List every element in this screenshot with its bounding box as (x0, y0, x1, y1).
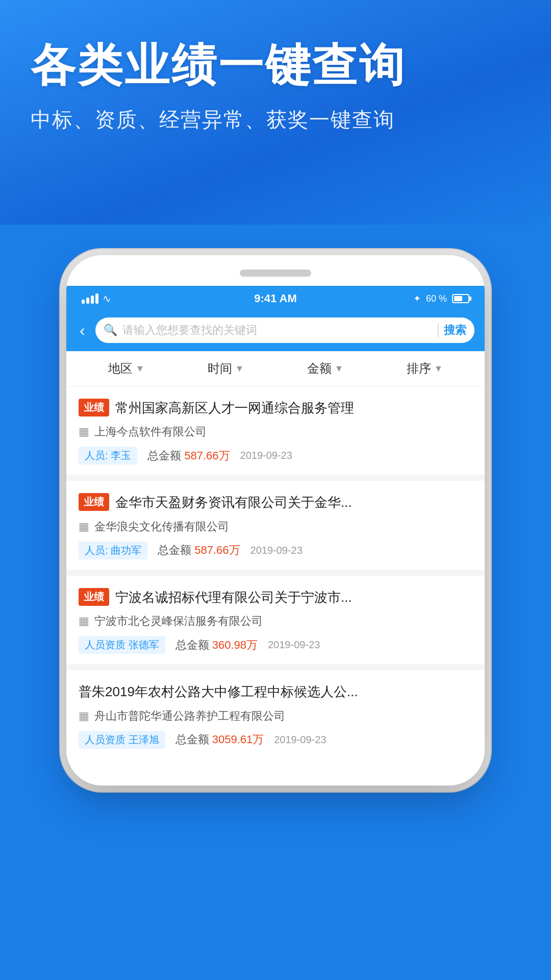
filter-region-label: 地区 (108, 360, 133, 377)
signal-bars-icon (82, 293, 98, 304)
company-icon: ▦ (79, 709, 89, 723)
result-title-row: 业绩 常州国家高新区人才一网通综合服务管理 (79, 399, 472, 417)
signal-bar-1 (82, 300, 85, 304)
meta-person-tag: 人员资质 王泽旭 (79, 731, 165, 749)
meta-person-tag: 人员资质 张德军 (79, 636, 165, 654)
meta-date: 2019-09-23 (251, 545, 303, 556)
filter-amount[interactable]: 金额 ▼ (307, 360, 344, 377)
status-left: ∿ (82, 292, 111, 305)
meta-amount-label: 总金额 587.66万 (147, 448, 230, 463)
result-company-row: ▦ 宁波市北仑灵峰保洁服务有限公司 (79, 614, 472, 629)
phone-speaker (240, 270, 311, 277)
company-icon: ▦ (79, 520, 89, 533)
result-company-row: ▦ 金华浪尖文化传播有限公司 (79, 519, 472, 534)
meta-date: 2019-09-23 (268, 639, 320, 651)
result-title-row: 业绩 宁波名诚招标代理有限公司关于宁波市... (79, 588, 472, 606)
filter-region[interactable]: 地区 ▼ (108, 360, 145, 377)
filter-amount-label: 金额 (307, 360, 332, 377)
filter-sort-label: 排序 (407, 360, 431, 377)
meta-person-tag: 人员: 曲功军 (79, 542, 147, 559)
bluetooth-icon: ✦ (413, 293, 421, 304)
result-title: 普朱2019年农村公路大中修工程中标候选人公... (79, 682, 472, 701)
battery-percent: 60 % (426, 293, 447, 304)
filter-time-label: 时间 (208, 360, 232, 377)
company-name: 舟山市普陀华通公路养护工程有限公司 (94, 708, 285, 724)
filter-row: 地区 ▼ 时间 ▼ 金额 ▼ 排序 ▼ (66, 351, 485, 386)
filter-time[interactable]: 时间 ▼ (208, 360, 244, 377)
filter-time-arrow: ▼ (235, 363, 244, 374)
result-title: 常州国家高新区人才一网通综合服务管理 (115, 399, 472, 417)
status-bar: ∿ 9:41 AM ✦ 60 % (66, 286, 485, 311)
phone-top (66, 255, 485, 286)
status-time: 9:41 AM (254, 292, 297, 305)
search-area: ‹ 🔍 请输入您想要查找的关键词 搜索 (66, 311, 485, 351)
meta-date: 2019-09-23 (240, 450, 292, 461)
result-company-row: ▦ 舟山市普陀华通公路养护工程有限公司 (79, 708, 472, 724)
result-item[interactable]: 普朱2019年农村公路大中修工程中标候选人公... ▦ 舟山市普陀华通公路养护工… (66, 670, 485, 758)
filter-sort-arrow: ▼ (434, 363, 443, 374)
search-placeholder: 请输入您想要查找的关键词 (122, 323, 433, 338)
company-name: 金华浪尖文化传播有限公司 (94, 519, 229, 534)
company-name: 上海今点软件有限公司 (94, 424, 207, 439)
company-icon: ▦ (79, 425, 89, 438)
result-item[interactable]: 业绩 宁波名诚招标代理有限公司关于宁波市... ▦ 宁波市北仑灵峰保洁服务有限公… (66, 576, 485, 664)
result-company-row: ▦ 上海今点软件有限公司 (79, 424, 472, 439)
badge-yeji: 业绩 (79, 399, 109, 416)
battery-fill (454, 296, 462, 301)
signal-bar-3 (91, 296, 94, 304)
result-meta-row: 人员资质 王泽旭 总金额 3059.61万 2019-09-23 (79, 731, 472, 749)
company-icon: ▦ (79, 615, 89, 628)
meta-amount-label: 总金额 587.66万 (158, 543, 240, 558)
meta-amount: 587.66万 (184, 449, 230, 462)
back-button[interactable]: ‹ (77, 321, 88, 340)
meta-amount-label: 总金额 360.98万 (176, 638, 258, 653)
signal-bar-2 (86, 298, 89, 304)
search-box[interactable]: 🔍 请输入您想要查找的关键词 搜索 (95, 317, 474, 343)
result-title-row: 普朱2019年农村公路大中修工程中标候选人公... (79, 682, 472, 701)
hero-title: 各类业绩一键查询 (31, 41, 520, 90)
meta-date: 2019-09-23 (274, 734, 326, 746)
search-divider (438, 323, 439, 337)
result-title: 金华市天盈财务资讯有限公司关于金华... (115, 493, 472, 511)
search-icon: 🔍 (104, 324, 117, 337)
meta-amount: 360.98万 (212, 639, 258, 651)
badge-yeji: 业绩 (79, 493, 109, 511)
status-right: ✦ 60 % (413, 293, 469, 304)
company-name: 宁波市北仑灵峰保洁服务有限公司 (94, 614, 263, 629)
filter-region-arrow: ▼ (136, 363, 145, 374)
meta-amount: 587.66万 (194, 544, 240, 556)
result-meta-row: 人员: 曲功军 总金额 587.66万 2019-09-23 (79, 542, 472, 559)
hero-subtitle: 中标、资质、经营异常、获奖一键查询 (31, 106, 520, 134)
battery-icon (452, 294, 469, 303)
result-item[interactable]: 业绩 常州国家高新区人才一网通综合服务管理 ▦ 上海今点软件有限公司 人员: 李… (66, 386, 485, 475)
result-item[interactable]: 业绩 金华市天盈财务资讯有限公司关于金华... ▦ 金华浪尖文化传播有限公司 人… (66, 481, 485, 569)
filter-sort[interactable]: 排序 ▼ (407, 360, 443, 377)
meta-person-tag: 人员: 李玉 (79, 447, 137, 464)
result-title-row: 业绩 金华市天盈财务资讯有限公司关于金华... (79, 493, 472, 511)
filter-amount-arrow: ▼ (335, 363, 344, 374)
phone-mockup: ∿ 9:41 AM ✦ 60 % ‹ 🔍 请输入您想要查找的关键词 搜索 (66, 255, 485, 786)
phone-wrapper: ∿ 9:41 AM ✦ 60 % ‹ 🔍 请输入您想要查找的关键词 搜索 (0, 225, 551, 786)
badge-yeji: 业绩 (79, 588, 109, 606)
meta-amount: 3059.61万 (212, 733, 264, 746)
wifi-icon: ∿ (103, 292, 111, 305)
result-title: 宁波名诚招标代理有限公司关于宁波市... (115, 588, 472, 606)
result-meta-row: 人员资质 张德军 总金额 360.98万 2019-09-23 (79, 636, 472, 654)
signal-bar-4 (95, 293, 98, 304)
search-button[interactable]: 搜索 (444, 323, 466, 338)
result-list: 业绩 常州国家高新区人才一网通综合服务管理 ▦ 上海今点软件有限公司 人员: 李… (66, 386, 485, 759)
meta-amount-label: 总金额 3059.61万 (176, 732, 264, 747)
result-meta-row: 人员: 李玉 总金额 587.66万 2019-09-23 (79, 447, 472, 464)
hero-section: 各类业绩一键查询 中标、资质、经营异常、获奖一键查询 (0, 0, 551, 225)
